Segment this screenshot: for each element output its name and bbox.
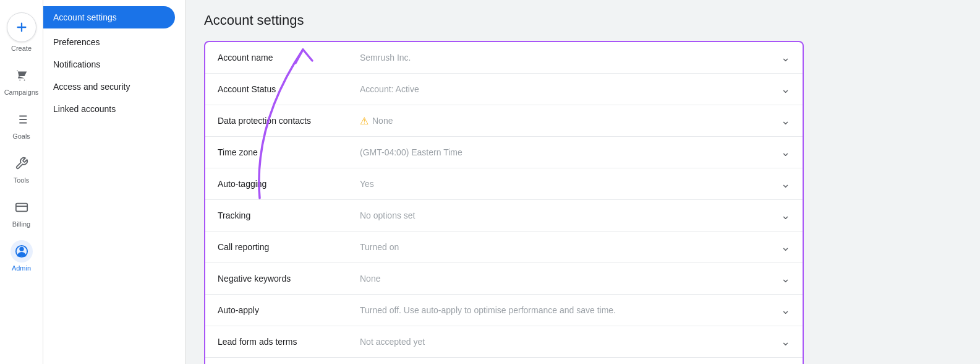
goals-label: Goals <box>12 132 30 140</box>
sidebar-item-preferences[interactable]: Preferences <box>43 31 185 53</box>
settings-label-negative-keywords: Negative keywords <box>218 274 360 284</box>
settings-value-time-zone: (GMT-04:00) Eastern Time <box>360 147 775 157</box>
settings-row-data-protection[interactable]: Data protection contacts⚠None⌄ <box>205 105 803 137</box>
chevron-icon-tracking: ⌄ <box>781 209 790 222</box>
chevron-icon-account-name: ⌄ <box>781 51 790 64</box>
settings-value-data-protection: ⚠None <box>360 115 775 127</box>
nav-admin[interactable]: Admin <box>0 234 43 278</box>
settings-label-auto-tagging: Auto-tagging <box>218 179 360 189</box>
create-button[interactable] <box>7 12 36 42</box>
chevron-icon-negative-keywords: ⌄ <box>781 272 790 285</box>
admin-label: Admin <box>12 264 31 272</box>
campaigns-icon <box>15 69 28 82</box>
chevron-icon-lead-form: ⌄ <box>781 335 790 349</box>
admin-icon <box>15 245 28 258</box>
settings-row-auto-tagging[interactable]: Auto-taggingYes⌄ <box>205 168 803 200</box>
settings-label-account-name: Account name <box>218 53 360 63</box>
settings-value-call-reporting: Turned on <box>360 242 775 252</box>
settings-value-account-name: Semrush Inc. <box>360 53 775 63</box>
tools-icon-circle <box>11 152 33 175</box>
sidebar-item-account-settings[interactable]: Account settings <box>43 6 175 28</box>
nav-billing[interactable]: Billing <box>0 190 43 234</box>
chevron-icon-account-status: ⌄ <box>781 82 790 96</box>
warning-icon: ⚠ <box>360 115 369 127</box>
settings-label-data-protection: Data protection contacts <box>218 116 360 126</box>
sidebar: Account settings Preferences Notificatio… <box>43 0 185 364</box>
nav-goals[interactable]: Goals <box>0 102 43 146</box>
settings-label-time-zone: Time zone <box>218 147 360 157</box>
sidebar-item-access-security[interactable]: Access and security <box>43 76 185 98</box>
page-title: Account settings <box>204 12 961 28</box>
sidebar-item-linked-accounts[interactable]: Linked accounts <box>43 98 185 120</box>
billing-label: Billing <box>12 220 30 228</box>
settings-row-time-zone[interactable]: Time zone(GMT-04:00) Eastern Time⌄ <box>205 137 803 168</box>
chevron-icon-time-zone: ⌄ <box>781 145 790 159</box>
settings-value-tracking: No options set <box>360 210 775 220</box>
goals-icon-circle <box>11 108 33 131</box>
settings-label-call-reporting: Call reporting <box>218 242 360 252</box>
nav-campaigns[interactable]: Campaigns <box>0 58 43 102</box>
chevron-icon-call-reporting: ⌄ <box>781 240 790 254</box>
plus-icon <box>15 20 28 34</box>
create-label: Create <box>11 45 32 52</box>
settings-row-tracking[interactable]: TrackingNo options set⌄ <box>205 200 803 232</box>
svg-rect-0 <box>15 204 27 212</box>
tools-icon <box>15 157 28 170</box>
settings-row-lead-form[interactable]: Lead form ads termsNot accepted yet⌄ <box>205 326 803 358</box>
settings-label-lead-form: Lead form ads terms <box>218 337 360 347</box>
settings-row-auto-apply[interactable]: Auto-applyTurned off. Use auto-apply to … <box>205 295 803 326</box>
campaigns-icon-circle <box>11 64 33 87</box>
settings-value-auto-tagging: Yes <box>360 179 775 189</box>
icon-nav: Create Campaigns Goals Tools <box>0 0 43 364</box>
chevron-icon-data-protection: ⌄ <box>781 114 790 128</box>
settings-row-account-status[interactable]: Account StatusAccount: Active⌄ <box>205 74 803 105</box>
main-content: Account settings Account nameSemrush Inc… <box>185 0 980 364</box>
settings-card: Account nameSemrush Inc.⌄Account StatusA… <box>204 41 804 364</box>
settings-label-account-status: Account Status <box>218 84 360 94</box>
settings-row-negative-keywords[interactable]: Negative keywordsNone⌄ <box>205 263 803 295</box>
settings-label-tracking: Tracking <box>218 210 360 220</box>
chevron-icon-auto-apply: ⌄ <box>781 303 790 317</box>
settings-row-account-name[interactable]: Account nameSemrush Inc.⌄ <box>205 42 803 74</box>
goals-icon <box>15 113 28 126</box>
settings-value-account-status: Account: Active <box>360 84 775 94</box>
settings-row-customer-match[interactable]: Customer MatchSmart bidding and optimise… <box>205 358 803 364</box>
chevron-icon-auto-tagging: ⌄ <box>781 177 790 191</box>
billing-icon <box>15 201 28 214</box>
settings-value-auto-apply: Turned off. Use auto-apply to optimise p… <box>360 305 775 315</box>
settings-label-auto-apply: Auto-apply <box>218 305 360 315</box>
nav-tools[interactable]: Tools <box>0 146 43 190</box>
campaigns-label: Campaigns <box>4 89 39 96</box>
svg-point-1 <box>19 247 23 251</box>
admin-icon-circle <box>11 240 33 262</box>
nav-create[interactable]: Create <box>0 6 43 58</box>
settings-value-negative-keywords: None <box>360 274 775 284</box>
billing-icon-circle <box>11 196 33 219</box>
sidebar-item-notifications[interactable]: Notifications <box>43 53 185 76</box>
settings-row-call-reporting[interactable]: Call reportingTurned on⌄ <box>205 232 803 263</box>
settings-value-lead-form: Not accepted yet <box>360 337 775 347</box>
tools-label: Tools <box>14 176 30 184</box>
